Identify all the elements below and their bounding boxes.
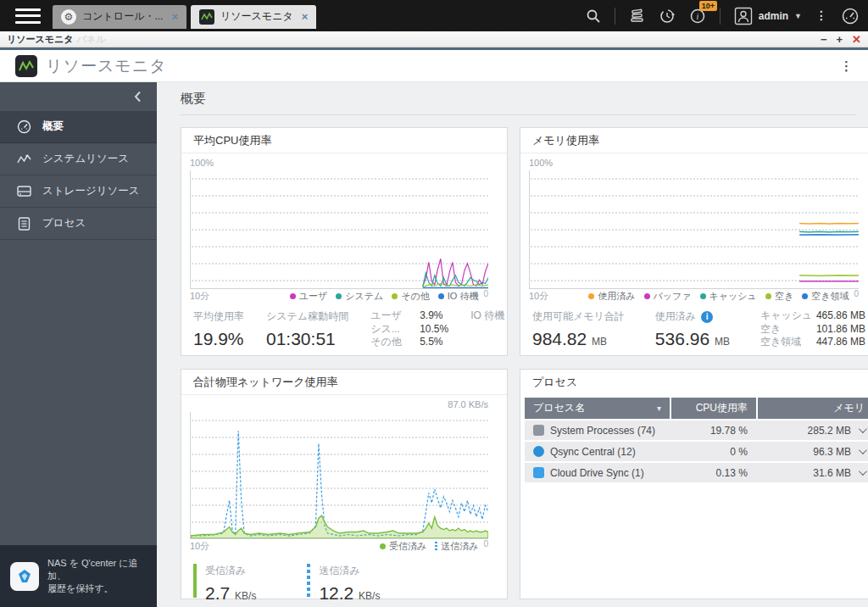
rx-value: 2.7 KB/s — [205, 583, 256, 604]
sidebar-item-label: プロセス — [42, 216, 86, 231]
network-chart — [190, 412, 488, 539]
info-icon[interactable]: i — [701, 311, 713, 323]
column-memory[interactable]: メモリ — [756, 398, 868, 419]
page-title: 概要 — [181, 91, 856, 115]
y-max-label: 100% — [529, 158, 553, 170]
system-process-icon — [533, 425, 544, 436]
column-process-name[interactable]: プロセス名▾ — [525, 401, 670, 415]
app-title: リソースモニタ — [46, 55, 167, 77]
resource-monitor-icon — [199, 9, 214, 25]
tab-close-icon[interactable]: × — [302, 10, 309, 23]
sidebar-item-process[interactable]: プロセス — [0, 208, 157, 240]
network-stats: 受信済み 2.7 KB/s 送信済み 12.2 KB/s — [181, 554, 507, 604]
cpu-usage-panel: 平均CPU使用率 100% 10分 ユーザ システム その他 IO 待機 — [181, 127, 508, 356]
tab-close-icon[interactable]: × — [171, 10, 178, 23]
main-content: 概要 平均CPU使用率 100% 10分 ユーザ システム その他 — [157, 82, 868, 607]
sidebar-collapse[interactable] — [0, 82, 157, 111]
cpu-chart — [190, 170, 488, 289]
storage-icon — [17, 185, 31, 198]
qcenter-icon — [10, 562, 39, 591]
window-title: リソースモニタ — [7, 33, 74, 46]
qcenter-promo-text: NAS を Q'center に追加、 履歴を保持す。 — [47, 557, 147, 595]
table-row-cloud-drive-sync[interactable]: Cloud Drive Sync (1) 0.13 % 31.6 MB — [525, 463, 868, 482]
cpu-breakdown: ユーザ3.9% シス...10.5% その他5.5% — [370, 309, 448, 349]
more-options-icon[interactable]: ⋮ — [815, 14, 827, 18]
legend-dot — [392, 293, 398, 299]
expand-chevron-icon[interactable] — [859, 467, 867, 476]
line-chart-icon — [17, 153, 31, 165]
panel-title: 合計物理ネットワーク使用率 — [181, 370, 507, 395]
process-table: プロセス名▾ CPU使用率 メモリ System Processes (74) … — [525, 398, 868, 482]
divider — [720, 8, 721, 25]
username: admin — [759, 10, 788, 22]
memory-used-value: 536.96 MB — [655, 329, 730, 349]
notification-badge: 10+ — [699, 1, 717, 11]
user-menu[interactable]: admin ▼ — [734, 7, 802, 25]
sort-caret-icon[interactable]: ▾ — [657, 404, 661, 413]
sidebar-item-storage-resource[interactable]: ストレージリソース — [0, 175, 157, 208]
tab-label: コントロール・... — [82, 9, 163, 24]
qcenter-promo[interactable]: NAS を Q'center に追加、 履歴を保持す。 — [0, 545, 157, 607]
legend-dot — [336, 293, 342, 299]
event-notifications-icon[interactable]: i 10+ — [689, 8, 706, 25]
process-panel: プロセス プロセス名▾ CPU使用率 メモリ System Processes … — [520, 369, 868, 599]
cpu-stats: 平均使用率 19.9% システム稼動時間 01:30:51 ユーザ3.9% シス… — [181, 304, 507, 349]
chevron-left-icon — [134, 91, 142, 103]
main-menu-icon[interactable] — [15, 7, 41, 25]
legend-dot — [802, 293, 808, 299]
memory-total-value: 984.82 MB — [532, 329, 625, 349]
x-left-label: 10分 — [190, 540, 209, 553]
network-legend: 受信済み 送信済み — [380, 540, 479, 553]
window-title-ghost: パネル — [77, 33, 106, 46]
minimize-button[interactable]: − — [821, 34, 827, 45]
sidebar-item-system-resource[interactable]: システムリソース — [0, 143, 157, 175]
memory-breakdown: キャッシュ465.86 MB 空き101.86 MB 空き領域447.86 MB — [760, 309, 865, 349]
legend-dot — [588, 293, 594, 299]
sidebar-item-label: ストレージリソース — [42, 184, 140, 198]
legend-dot — [438, 293, 444, 299]
memory-stats: 使用可能メモリ合計 984.82 MB 使用済みi 536.96 MB キャッシ… — [520, 304, 868, 349]
expand-chevron-icon[interactable] — [859, 425, 867, 433]
tab-resource-monitor[interactable]: リソースモニタ × — [191, 5, 316, 29]
tab-label: リソースモニタ — [220, 9, 293, 24]
panel-title: メモリ使用率 — [520, 128, 868, 153]
sidebar-item-label: システムリソース — [42, 152, 129, 166]
qsync-central-icon — [533, 446, 544, 457]
dashboard-gauge-icon[interactable] — [841, 7, 860, 25]
cloud-drive-sync-icon — [533, 467, 544, 478]
uptime-value: 01:30:51 — [266, 329, 348, 349]
gauge-icon — [17, 120, 31, 134]
cpu-average-value: 19.9% — [193, 329, 244, 349]
app-more-icon[interactable]: ⋮ — [840, 62, 853, 70]
resource-monitor-app-icon — [15, 55, 37, 77]
desktop-topbar: ⚙ コントロール・... × リソースモニタ × i 10+ admin ▼ — [0, 0, 868, 31]
svg-text:i: i — [696, 12, 698, 21]
search-icon[interactable] — [586, 8, 601, 24]
expand-chevron-icon[interactable] — [859, 446, 867, 454]
legend-dotted-swatch — [435, 542, 437, 551]
legend-dot — [290, 293, 296, 299]
user-avatar-icon — [734, 7, 753, 25]
maximize-button[interactable]: + — [837, 34, 843, 45]
background-tasks-icon[interactable] — [629, 8, 645, 24]
cpu-legend: ユーザ システム その他 IO 待機 — [290, 290, 479, 303]
legend-dot — [765, 293, 771, 299]
notifications-refresh-icon[interactable] — [659, 8, 676, 25]
column-cpu-usage[interactable]: CPU使用率 — [670, 398, 756, 419]
legend-dot — [644, 293, 650, 299]
y-max-label: 100% — [190, 158, 214, 170]
x-right-label: 0 — [483, 539, 488, 549]
tx-value: 12.2 KB/s — [319, 583, 380, 604]
legend-dot — [700, 293, 706, 299]
sidebar-item-overview[interactable]: 概要 — [0, 111, 157, 143]
panel-title: 平均CPU使用率 — [181, 128, 507, 153]
chevron-down-icon: ▼ — [794, 12, 802, 20]
table-row-system-processes[interactable]: System Processes (74) 19.78 % 285.2 MB — [525, 420, 868, 440]
y-max-label: 87.0 KB/s — [448, 399, 488, 412]
table-row-qsync-central[interactable]: Qsync Central (12) 0 % 96.3 MB — [525, 442, 868, 461]
app-header: リソースモニタ ⋮ — [0, 50, 868, 82]
tab-control-panel[interactable]: ⚙ コントロール・... × — [53, 5, 186, 29]
close-button[interactable]: ✕ — [852, 34, 861, 45]
legend-dot — [380, 543, 386, 549]
sidebar-item-label: 概要 — [42, 120, 64, 134]
